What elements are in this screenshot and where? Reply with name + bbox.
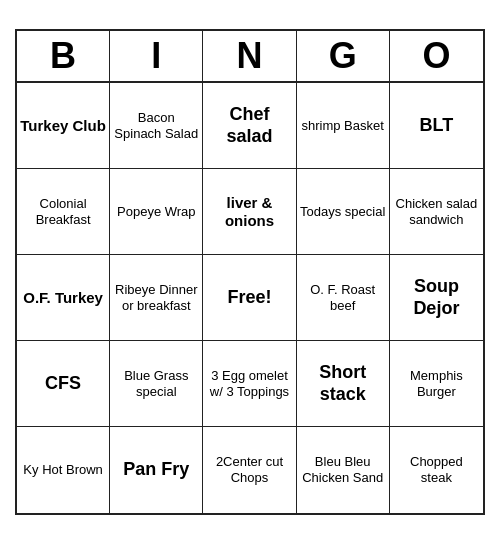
- bingo-grid: Turkey ClubBacon Spinach SaladChef salad…: [17, 83, 483, 513]
- bingo-cell: liver & onions: [203, 169, 296, 255]
- bingo-cell: shrimp Basket: [297, 83, 390, 169]
- bingo-cell: Chicken salad sandwich: [390, 169, 483, 255]
- bingo-cell: Bacon Spinach Salad: [110, 83, 203, 169]
- header-letter: B: [17, 31, 110, 81]
- bingo-cell: BLT: [390, 83, 483, 169]
- bingo-cell: Chef salad: [203, 83, 296, 169]
- bingo-cell: Free!: [203, 255, 296, 341]
- header-letter: G: [297, 31, 390, 81]
- bingo-cell: Bleu Bleu Chicken Sand: [297, 427, 390, 513]
- bingo-cell: Turkey Club: [17, 83, 110, 169]
- bingo-cell: Pan Fry: [110, 427, 203, 513]
- bingo-cell: Ky Hot Brown: [17, 427, 110, 513]
- bingo-cell: O. F. Roast beef: [297, 255, 390, 341]
- bingo-cell: Popeye Wrap: [110, 169, 203, 255]
- header-letter: N: [203, 31, 296, 81]
- bingo-cell: Todays special: [297, 169, 390, 255]
- bingo-cell: Memphis Burger: [390, 341, 483, 427]
- bingo-cell: Ribeye Dinner or breakfast: [110, 255, 203, 341]
- bingo-cell: O.F. Turkey: [17, 255, 110, 341]
- header-letter: O: [390, 31, 483, 81]
- bingo-card: BINGO Turkey ClubBacon Spinach SaladChef…: [15, 29, 485, 515]
- bingo-cell: Colonial Breakfast: [17, 169, 110, 255]
- bingo-cell: Chopped steak: [390, 427, 483, 513]
- header-letter: I: [110, 31, 203, 81]
- bingo-cell: 2Center cut Chops: [203, 427, 296, 513]
- bingo-cell: Blue Grass special: [110, 341, 203, 427]
- bingo-cell: Short stack: [297, 341, 390, 427]
- bingo-header: BINGO: [17, 31, 483, 83]
- bingo-cell: 3 Egg omelet w/ 3 Toppings: [203, 341, 296, 427]
- bingo-cell: CFS: [17, 341, 110, 427]
- bingo-cell: Soup Dejor: [390, 255, 483, 341]
